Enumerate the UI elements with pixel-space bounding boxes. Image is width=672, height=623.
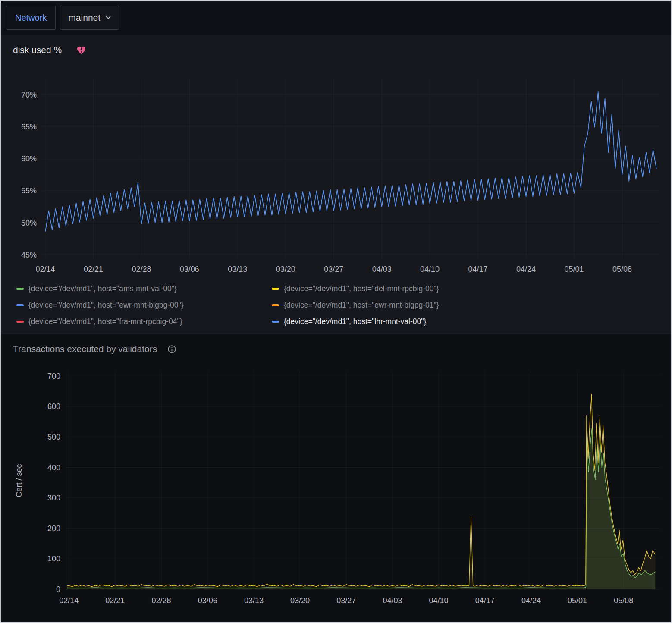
x-axis-tick-label: 02/28 xyxy=(151,596,171,605)
legend-color-dash xyxy=(272,288,279,290)
disk-panel-title[interactable]: disk used % xyxy=(13,45,62,55)
legend-item-ewr-mnt-bigpg-01[interactable]: {device="/dev/md1", host="ewr-mnt-bigpg-… xyxy=(272,301,671,310)
x-axis-tick-label: 04/03 xyxy=(372,265,392,274)
y-axis-tick-label: 70% xyxy=(21,91,37,99)
x-axis-tick-label: 05/08 xyxy=(614,596,633,605)
y-axis-tick-label: 200 xyxy=(47,524,60,533)
network-value-text: mainnet xyxy=(68,13,100,23)
x-axis-tick-label: 03/27 xyxy=(336,596,356,605)
tx-panel-title[interactable]: Transactions executed by validators xyxy=(13,344,157,354)
network-variable-label: Network xyxy=(6,6,56,30)
y-axis-tick-label: 0 xyxy=(56,585,60,594)
legend-color-dash xyxy=(272,321,279,323)
legend-label: {device="/dev/md1", host="ams-mnt-val-00… xyxy=(28,284,177,293)
legend-label: {device="/dev/md1", host="lhr-mnt-val-00… xyxy=(284,317,426,326)
x-axis-tick-label: 04/17 xyxy=(468,265,488,274)
y-axis-tick-label: 100 xyxy=(47,554,60,563)
network-variable-dropdown[interactable]: mainnet xyxy=(60,6,119,30)
transactions-panel: Transactions executed by validators 0100… xyxy=(1,333,671,617)
legend-item-del-mnt-rpcbig-00[interactable]: {device="/dev/md1", host="del-mnt-rpcbig… xyxy=(272,284,671,293)
y-axis-title: Cert / sec xyxy=(15,464,23,497)
disk-used-panel: disk used % 45%50%55%60%65%70%02/1402/21… xyxy=(1,35,671,333)
legend-color-dash xyxy=(16,288,24,290)
alert-broken-heart-icon[interactable] xyxy=(76,45,86,55)
x-axis-tick-label: 03/27 xyxy=(324,265,343,274)
dashboard: Network mainnet disk used % 45%50%55%60%… xyxy=(0,0,672,623)
x-axis-tick-label: 04/24 xyxy=(516,265,536,274)
legend-label: {device="/dev/md1", host="ewr-mnt-bigpg-… xyxy=(284,301,439,310)
transactions-chart[interactable]: 010020030040050060070002/1402/2102/2803/… xyxy=(1,359,671,615)
y-axis-tick-label: 300 xyxy=(47,494,60,502)
legend-item-ewr-mnt-bigpg-00[interactable]: {device="/dev/md1", host="ewr-mnt-bigpg-… xyxy=(16,301,272,310)
x-axis-tick-label: 02/28 xyxy=(132,265,151,274)
x-axis-tick-label: 02/21 xyxy=(84,265,103,274)
legend-color-dash xyxy=(272,304,279,306)
x-axis-tick-label: 03/06 xyxy=(180,265,199,274)
y-axis-tick-label: 55% xyxy=(21,186,37,195)
x-axis-tick-label: 02/14 xyxy=(35,265,55,274)
y-axis-tick-label: 50% xyxy=(21,219,37,227)
network-label-text: Network xyxy=(15,13,47,23)
x-axis-tick-label: 03/20 xyxy=(276,265,295,274)
y-axis-tick-label: 600 xyxy=(47,402,60,411)
series-line xyxy=(45,92,656,232)
x-axis-tick-label: 05/08 xyxy=(612,265,632,274)
x-axis-tick-label: 04/17 xyxy=(475,596,495,605)
legend-item-lhr-mnt-val-00[interactable]: {device="/dev/md1", host="lhr-mnt-val-00… xyxy=(272,317,671,326)
legend-label: {device="/dev/md1", host="fra-mnt-rpcbig… xyxy=(28,317,182,326)
variables-toolbar: Network mainnet xyxy=(1,1,671,35)
y-axis-tick-label: 700 xyxy=(47,372,60,381)
series-line xyxy=(67,428,655,588)
series-area xyxy=(67,428,655,589)
x-axis-tick-label: 03/13 xyxy=(228,265,247,274)
x-axis-tick-label: 05/01 xyxy=(564,265,584,274)
x-axis-tick-label: 03/20 xyxy=(290,596,310,605)
x-axis-tick-label: 02/21 xyxy=(105,596,125,605)
y-axis-tick-label: 60% xyxy=(21,154,37,163)
x-axis-tick-label: 04/10 xyxy=(420,265,440,274)
info-icon[interactable] xyxy=(167,345,176,354)
series-area xyxy=(67,394,655,589)
legend-color-dash xyxy=(16,304,24,306)
y-axis-tick-label: 45% xyxy=(21,251,37,259)
x-axis-tick-label: 05/01 xyxy=(568,596,587,605)
y-axis-tick-label: 65% xyxy=(21,123,37,131)
legend-color-dash xyxy=(16,321,24,323)
legend-label: {device="/dev/md1", host="del-mnt-rpcbig… xyxy=(284,284,439,293)
legend-item-ams-mnt-val-00[interactable]: {device="/dev/md1", host="ams-mnt-val-00… xyxy=(16,284,272,293)
chevron-down-icon xyxy=(106,16,111,19)
x-axis-tick-label: 03/13 xyxy=(244,596,264,605)
x-axis-tick-label: 02/14 xyxy=(59,596,79,605)
tx-panel-header: Transactions executed by validators xyxy=(1,334,671,359)
x-axis-tick-label: 04/10 xyxy=(429,596,449,605)
x-axis-tick-label: 03/06 xyxy=(198,596,217,605)
y-axis-tick-label: 400 xyxy=(47,463,60,472)
legend-label: {device="/dev/md1", host="ewr-mnt-bigpg-… xyxy=(28,301,184,310)
legend-item-fra-mnt-rpcbig-04[interactable]: {device="/dev/md1", host="fra-mnt-rpcbig… xyxy=(16,317,272,326)
disk-panel-header: disk used % xyxy=(1,35,671,60)
disk-used-chart[interactable]: 45%50%55%60%65%70%02/1402/2102/2803/0603… xyxy=(1,60,671,282)
series-line xyxy=(67,394,655,587)
y-axis-tick-label: 500 xyxy=(47,433,60,441)
x-axis-tick-label: 04/03 xyxy=(383,596,402,605)
x-axis-tick-label: 04/24 xyxy=(521,596,541,605)
disk-chart-legend: {device="/dev/md1", host="ams-mnt-val-00… xyxy=(1,283,671,333)
